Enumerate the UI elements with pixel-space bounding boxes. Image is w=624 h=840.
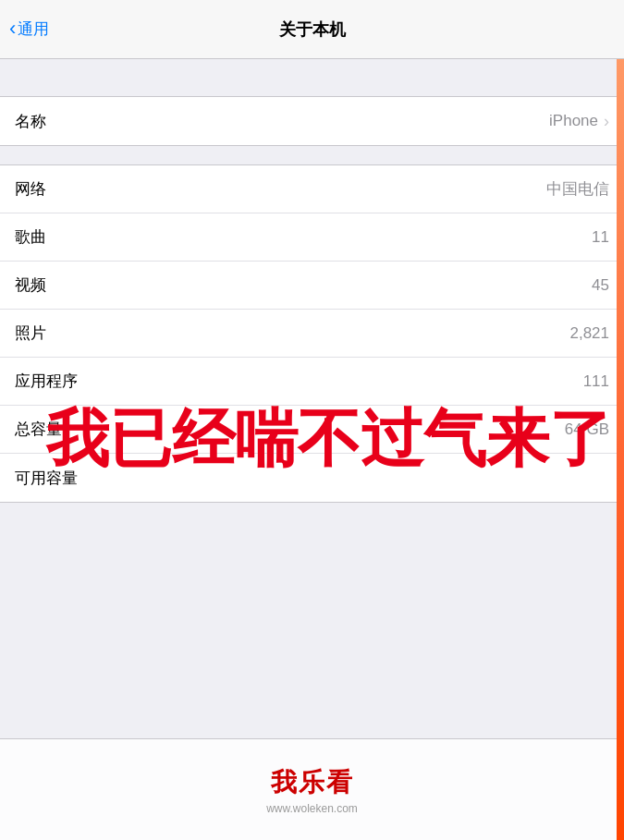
table-row-network: 网络 中国电信 [0, 165, 624, 213]
row-value-videos: 45 [592, 276, 609, 295]
table-row-apps: 应用程序 111 [0, 358, 624, 406]
navigation-bar: ‹ 通用 关于本机 [0, 0, 624, 59]
row-value-name-text: iPhone [549, 112, 598, 130]
brand-sub-text: www.woleken.com [266, 802, 358, 815]
back-chevron-icon: ‹ [9, 18, 16, 39]
row-chevron-icon: › [604, 112, 609, 131]
back-label: 通用 [18, 18, 49, 40]
section-gap-top [0, 78, 624, 96]
brand-text: 我乐看 [271, 765, 354, 800]
table-row-total-capacity: 总容量 64 GB [0, 406, 624, 454]
row-value-name: iPhone › [549, 112, 609, 131]
section-group-name: 名称 iPhone › [0, 96, 624, 146]
table-row-videos: 视频 45 [0, 262, 624, 310]
row-label-available-capacity: 可用容量 [15, 468, 78, 489]
row-value-network: 中国电信 [546, 178, 609, 200]
row-value-total-capacity: 64 GB [565, 420, 609, 439]
table-row-available-capacity: 可用容量 [0, 454, 624, 502]
settings-content: 名称 iPhone › 网络 中国电信 歌曲 11 视频 45 照片 2,821… [0, 59, 624, 503]
bottom-watermark: 我乐看 www.woleken.com [0, 738, 624, 840]
section-gap-1 [0, 146, 624, 164]
table-row-photos: 照片 2,821 [0, 310, 624, 358]
row-value-apps: 111 [583, 372, 609, 391]
row-label-songs: 歌曲 [15, 226, 46, 248]
row-label-videos: 视频 [15, 274, 46, 296]
table-row-songs: 歌曲 11 [0, 213, 624, 262]
section-group-details: 网络 中国电信 歌曲 11 视频 45 照片 2,821 应用程序 111 总容… [0, 164, 624, 503]
row-label-total-capacity: 总容量 [15, 419, 62, 440]
row-label-name: 名称 [15, 111, 46, 132]
row-value-songs: 11 [592, 228, 609, 247]
right-accent-bar [617, 59, 624, 840]
row-label-photos: 照片 [15, 323, 46, 344]
row-label-network: 网络 [15, 178, 46, 200]
page-title: 关于本机 [279, 18, 346, 41]
row-label-apps: 应用程序 [15, 371, 78, 392]
table-row-name[interactable]: 名称 iPhone › [0, 97, 624, 145]
row-value-photos: 2,821 [569, 324, 609, 343]
back-button[interactable]: ‹ 通用 [9, 18, 49, 40]
